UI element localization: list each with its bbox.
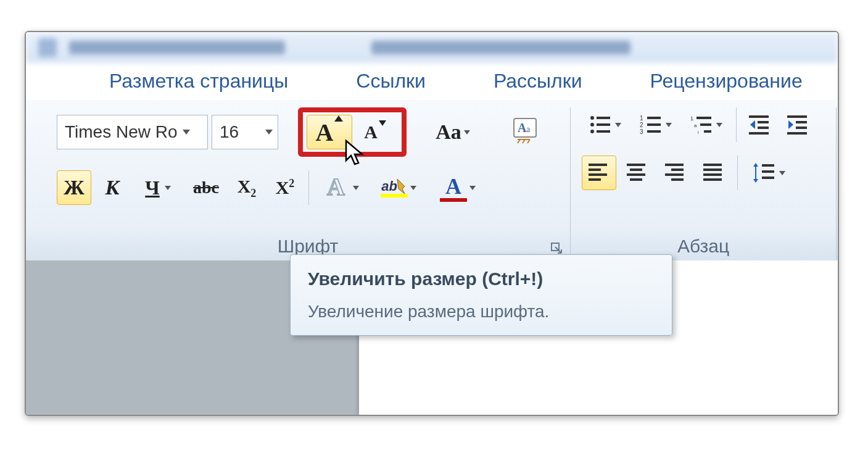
decrease-indent-button[interactable] [743,107,777,142]
dropdown-icon [615,123,621,127]
font-name-value: Times New Ro [65,122,178,142]
svg-rect-27 [787,115,807,118]
svg-rect-39 [665,164,684,166]
dropdown-icon [666,123,672,127]
superscript-button[interactable]: X2 [268,170,302,205]
svg-rect-34 [589,178,601,181]
font-color-button[interactable]: A [430,170,486,205]
superscript-icon: X2 [276,177,295,198]
font-size-value: 16 [220,122,239,142]
dropdown-icon [183,130,190,135]
highlight-box: A A [298,107,407,157]
subscript-button[interactable]: X2 [229,170,264,205]
svg-rect-46 [703,178,722,181]
svg-text:1: 1 [690,115,693,122]
svg-rect-23 [749,115,769,118]
svg-rect-43 [703,164,722,166]
svg-rect-47 [755,167,756,179]
increase-indent-icon [787,114,809,135]
justify-icon [703,164,724,182]
svg-rect-45 [703,173,722,176]
svg-rect-32 [589,168,601,171]
line-spacing-button[interactable] [744,156,793,190]
tab-references[interactable]: Ссылки [322,70,460,93]
bullets-button[interactable] [582,107,629,142]
align-left-button[interactable] [582,156,616,190]
change-case-button[interactable]: Aa [425,115,481,149]
svg-rect-37 [627,173,645,176]
increase-indent-button[interactable] [781,107,816,142]
svg-text:1: 1 [640,115,643,122]
italic-button[interactable]: К [95,170,130,205]
numbering-button[interactable]: 1 2 3 [632,107,679,142]
underline-button[interactable]: Ч [133,170,183,205]
svg-point-5 [590,116,594,120]
svg-rect-40 [671,168,684,171]
svg-text:A: A [327,173,345,200]
svg-rect-8 [597,123,610,126]
multilevel-list-button[interactable]: 1 a i [683,107,730,142]
svg-rect-24 [758,121,769,123]
svg-rect-42 [671,178,684,181]
svg-text:a: a [694,123,697,128]
paragraph-group: 1 2 3 1 a i [572,107,837,260]
subscript-icon: X2 [238,176,257,200]
svg-text:i: i [698,130,699,135]
clear-formatting-icon: A a [511,117,539,147]
svg-rect-12 [647,117,661,119]
svg-text:2: 2 [640,122,643,128]
align-right-button[interactable] [658,156,693,190]
svg-rect-6 [597,117,610,119]
svg-rect-41 [665,173,684,176]
svg-rect-20 [700,123,711,126]
svg-text:a: a [526,125,531,134]
grow-font-icon: A [316,118,344,147]
highlight-button[interactable]: ab [371,170,426,205]
app-window: Разметка страницы Ссылки Рассылки Реценз… [25,31,839,416]
tab-review[interactable]: Рецензирование [616,70,837,93]
dropdown-icon [716,123,722,127]
align-center-icon [627,164,648,182]
svg-rect-35 [627,164,645,166]
align-right-icon [665,164,686,182]
svg-point-7 [590,123,594,127]
tooltip-desc: Увеличение размера шрифта. [308,302,655,322]
font-color-icon: A [440,173,467,202]
strikethrough-button[interactable]: abc [186,170,226,205]
font-size-combo[interactable]: 16 [212,115,278,149]
bold-icon: Ж [64,176,85,199]
svg-rect-28 [796,121,807,123]
tooltip: Увеличить размер (Ctrl+!) Увеличение раз… [290,254,672,336]
dropdown-icon [779,171,785,175]
shrink-font-icon: A [364,122,386,143]
bullets-icon [589,114,613,135]
font-group: Times New Ro 16 A [57,107,571,260]
align-center-button[interactable] [620,156,655,190]
svg-rect-33 [589,173,607,176]
cursor-icon [345,139,367,167]
text-effects-button[interactable]: A [315,170,367,205]
change-case-icon: Aa [436,120,461,144]
font-name-combo[interactable]: Times New Ro [57,115,208,149]
svg-rect-16 [647,130,661,133]
numbering-icon: 1 2 3 [640,114,663,135]
bold-button[interactable]: Ж [57,170,91,205]
dropdown-icon [353,186,359,190]
svg-rect-18 [696,117,711,119]
dropdown-icon [410,186,416,190]
dropdown-icon [464,130,470,135]
titlebar [26,32,838,63]
justify-button[interactable] [696,156,731,190]
svg-rect-22 [704,130,711,133]
svg-rect-14 [647,123,661,126]
tab-page-layout[interactable]: Разметка страницы [75,70,322,93]
tooltip-title: Увеличить размер (Ctrl+!) [308,268,655,289]
font-group-launcher[interactable] [550,242,564,256]
svg-rect-26 [749,132,769,135]
svg-rect-44 [703,168,722,171]
svg-rect-36 [630,168,642,171]
tab-mailings[interactable]: Рассылки [460,70,616,93]
svg-rect-50 [762,177,774,179]
svg-text:3: 3 [640,128,643,135]
clear-formatting-button[interactable]: A a [506,115,544,149]
